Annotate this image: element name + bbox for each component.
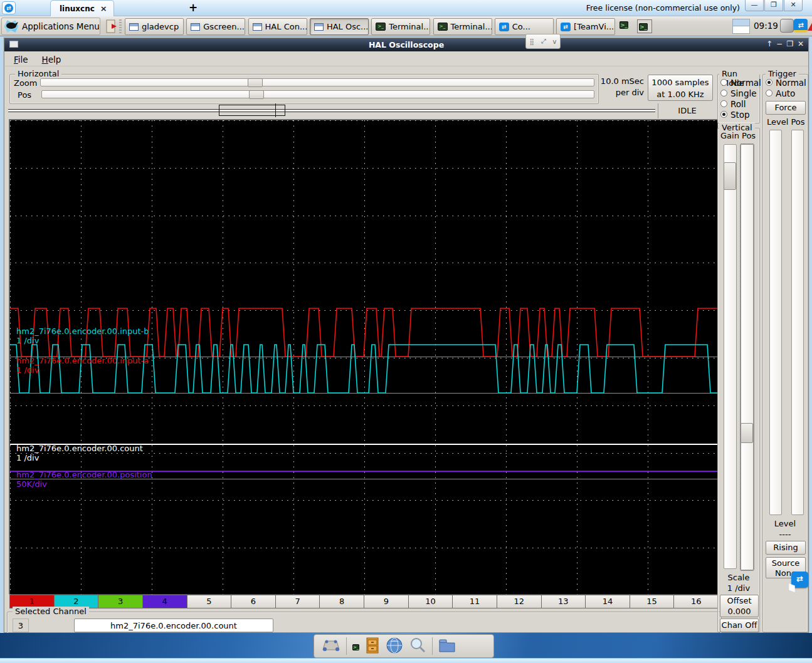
chevron-down-icon[interactable]: v bbox=[553, 38, 557, 45]
dock-launcher-show-desktop-icon[interactable] bbox=[322, 637, 340, 655]
channel-button-5[interactable]: 5 bbox=[187, 595, 232, 608]
channel-button-14[interactable]: 14 bbox=[585, 595, 630, 608]
maximize-button[interactable]: ❐ bbox=[764, 0, 783, 11]
offset-button[interactable]: Offset0.000 bbox=[720, 595, 759, 617]
hal-oscilloscope-window: HAL Oscilloscope ↑ − ❐ ✕ File Help Horiz… bbox=[4, 38, 809, 633]
taskbar-button-terminal-[interactable]: >_Terminal... bbox=[433, 18, 492, 35]
channel-button-13[interactable]: 13 bbox=[541, 595, 586, 608]
rollup-button[interactable]: ↑ bbox=[764, 39, 774, 48]
menu-file[interactable]: File bbox=[11, 54, 31, 66]
teamviewer-icon: ⇄ bbox=[561, 23, 571, 31]
channel-button-12[interactable]: 12 bbox=[497, 595, 542, 608]
workspace-switcher[interactable] bbox=[732, 19, 750, 34]
selected-channel-label: Selected Channel bbox=[13, 607, 89, 616]
taskbar-button-hal-osc-[interactable]: HAL Osc... bbox=[310, 18, 369, 35]
tool-tray-icon[interactable] bbox=[780, 19, 794, 33]
trigger-level-slider[interactable] bbox=[769, 130, 782, 515]
run-mode-option-normal[interactable]: Normal bbox=[720, 77, 759, 88]
dock-launcher-file-cabinet-icon[interactable] bbox=[365, 637, 380, 656]
dock-launcher-web-browser-icon[interactable] bbox=[386, 637, 403, 656]
window-icon bbox=[129, 23, 139, 31]
drag-grid-icon[interactable]: ⣿ bbox=[529, 38, 534, 45]
minimize-button[interactable]: − bbox=[774, 39, 784, 48]
taskbar-button--teamvi-[interactable]: ⇄[TeamVi... bbox=[556, 18, 615, 35]
terminal-tray-button[interactable]: >_ bbox=[620, 19, 635, 33]
applications-menu-button[interactable]: Applications Menu bbox=[1, 18, 100, 35]
taskbar-button-gscreen-[interactable]: Gscreen... bbox=[186, 18, 245, 35]
run-mode-option-roll[interactable]: Roll bbox=[720, 98, 759, 109]
teamviewer-panel-icon[interactable]: ⇄ bbox=[791, 572, 808, 588]
window-title: HAL Oscilloscope bbox=[4, 40, 808, 50]
taskbar-button-gladevcp[interactable]: gladevcp bbox=[125, 18, 184, 35]
expand-icon[interactable]: ⤢ bbox=[541, 38, 546, 45]
run-mode-option-stop[interactable]: Stop bbox=[720, 109, 759, 120]
hpos-slider-handle[interactable] bbox=[249, 90, 264, 99]
selected-channel-name-button[interactable]: hm2_7i76e.0.encoder.00.count bbox=[74, 619, 273, 632]
warning-icon[interactable]: ! bbox=[808, 19, 812, 31]
edge-button[interactable]: Rising bbox=[766, 541, 806, 555]
radio-label: Stop bbox=[730, 110, 750, 120]
channel-button-7[interactable]: 7 bbox=[275, 595, 320, 608]
vertical-pos-slider[interactable] bbox=[741, 144, 754, 570]
vertical-pos-handle[interactable] bbox=[741, 423, 753, 443]
window-icon bbox=[253, 23, 262, 31]
channel-button-9[interactable]: 9 bbox=[364, 595, 409, 608]
trigger-pos-slider[interactable] bbox=[791, 130, 804, 515]
trigger-option-auto[interactable]: Auto bbox=[766, 88, 807, 98]
vertical-gain-slider[interactable] bbox=[724, 144, 737, 569]
trace-label-count: hm2_7i76e.0.encoder.00.count1 /div bbox=[16, 444, 143, 462]
window-icon bbox=[314, 23, 324, 31]
taskbar-button-label: Co... bbox=[512, 22, 530, 31]
restore-button[interactable]: ❐ bbox=[785, 39, 795, 48]
radio-label: Normal bbox=[776, 78, 806, 88]
channel-button-10[interactable]: 10 bbox=[408, 595, 453, 608]
channel-button-8[interactable]: 8 bbox=[319, 595, 364, 608]
scope-screen[interactable]: hm2_7i76e.0.encoder.00.input-b1 /div hm2… bbox=[9, 120, 718, 595]
taskbar-button-terminal-[interactable]: >_Terminal... bbox=[371, 18, 430, 35]
trigger-option-normal[interactable]: Normal bbox=[766, 77, 807, 88]
radio-icon bbox=[766, 90, 772, 97]
taskbar-button-hal-con-[interactable]: HAL Con... bbox=[248, 18, 307, 35]
close-button[interactable]: ✕ bbox=[784, 0, 803, 11]
channel-button-6[interactable]: 6 bbox=[231, 595, 276, 608]
terminal-tray-button-2[interactable]: >_ bbox=[637, 19, 652, 33]
close-button[interactable]: ✕ bbox=[796, 39, 806, 48]
hpos-slider[interactable] bbox=[41, 90, 594, 98]
teamviewer-tray-icon[interactable]: ⇄ bbox=[794, 19, 808, 33]
vertical-gain-handle[interactable] bbox=[724, 162, 736, 190]
window-titlebar[interactable]: HAL Oscilloscope ↑ − ❐ ✕ bbox=[4, 38, 808, 51]
logout-button[interactable] bbox=[102, 18, 124, 35]
dock-launcher-terminal-icon[interactable]: >_ bbox=[352, 641, 359, 651]
teamviewer-collapsed-toolbar[interactable]: ⣿ ⤢ v bbox=[525, 34, 561, 49]
chan-off-button[interactable]: Chan Off bbox=[720, 619, 759, 632]
channel-button-11[interactable]: 11 bbox=[452, 595, 497, 608]
channel-button-3[interactable]: 3 bbox=[98, 595, 143, 608]
minimize-button[interactable]: — bbox=[745, 0, 764, 11]
dock-launcher-search-icon[interactable] bbox=[409, 637, 426, 656]
applications-menu-label: Applications Menu bbox=[22, 21, 100, 31]
tab-close-icon[interactable]: × bbox=[100, 4, 107, 13]
new-tab-button[interactable]: + bbox=[185, 2, 201, 14]
radio-label: Single bbox=[730, 88, 757, 98]
selected-channel-number: 3 bbox=[13, 619, 29, 632]
force-button[interactable]: Force bbox=[766, 101, 806, 115]
zoom-slider[interactable] bbox=[40, 78, 594, 86]
record-preview[interactable] bbox=[6, 103, 658, 117]
channel-button-4[interactable]: 4 bbox=[142, 595, 187, 608]
radio-icon bbox=[720, 90, 727, 97]
terminal-icon: >_ bbox=[639, 23, 648, 31]
channel-button-15[interactable]: 15 bbox=[630, 595, 675, 608]
taskbar-button-co-[interactable]: ⇄Co... bbox=[495, 18, 554, 35]
taskbar-button-label: Gscreen... bbox=[203, 22, 245, 31]
run-mode-group: Run Mode NormalSingleRollStop bbox=[717, 74, 760, 123]
taskbar-button-label: gladevcp bbox=[142, 22, 179, 31]
channel-button-16[interactable]: 16 bbox=[673, 595, 719, 608]
dock-launcher-file-manager-icon[interactable] bbox=[438, 637, 456, 655]
zoom-slider-handle[interactable] bbox=[248, 78, 263, 87]
samples-button[interactable]: 1000 samplesat 1.00 KHz bbox=[648, 75, 713, 101]
browser-tab-linuxcnc[interactable]: linuxcnc × bbox=[50, 0, 114, 16]
menu-help[interactable]: Help bbox=[40, 54, 64, 66]
tab-title: linuxcnc bbox=[60, 4, 95, 13]
radio-icon bbox=[766, 79, 772, 86]
run-mode-option-single[interactable]: Single bbox=[720, 88, 759, 98]
